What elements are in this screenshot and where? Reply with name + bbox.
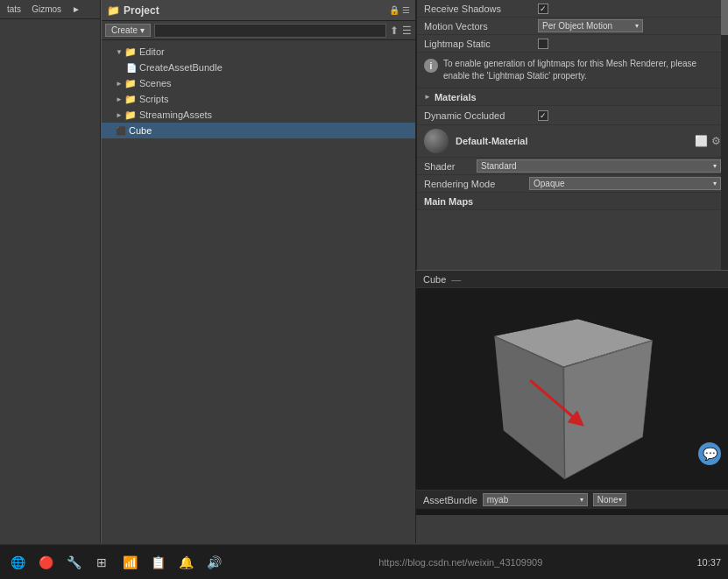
receive-shadows-value [538,4,548,14]
assetbundle-variant-value: None [597,495,618,505]
taskbar-icon-1[interactable]: 🌐 [7,552,28,573]
taskbar-icon-2[interactable]: 🔴 [35,552,56,573]
rendering-mode-dropdown[interactable]: Opaque ▾ [529,177,721,190]
file-tree: ▼ 📁 Editor 📄 CreateAssetBundle ► 📁 Scene… [102,40,415,142]
scripts-label: Scripts [139,94,169,104]
chat-button[interactable]: 💬 [698,442,721,465]
rendering-dropdown-arrow: ▾ [713,180,717,187]
project-toolbar-icons: ⬆ ☰ [390,25,412,37]
taskbar-icons: 🌐 🔴 🔧 ⊞ 📶 📋 🔔 🔊 [7,552,224,573]
preview-header: Cube — [416,271,728,288]
taskbar-icon-8[interactable]: 🔊 [203,552,224,573]
assetbundle-variant-dropdown[interactable]: None ▾ [593,493,626,506]
createassetbundle-label: CreateAssetBundle [139,62,223,73]
scripts-arrow: ► [116,95,123,103]
preview-divider: — [451,274,461,285]
inspector-scrollbar-thumb[interactable] [721,0,728,35]
dynamic-occluded-label: Dynamic Occluded [424,110,538,121]
dynamic-occluded-checkbox[interactable] [538,110,548,121]
shader-label: Shader [424,161,477,172]
materials-section-title: Materials [435,92,477,102]
create-button[interactable]: Create ▾ [105,24,151,37]
streamingassets-label: StreamingAssets [139,109,212,120]
material-icons: ⬜ ⚙ [695,135,721,147]
streamingassets-folder-icon: 📁 [124,109,137,121]
lightmap-static-row: Lightmap Static [417,35,728,53]
left-panel: tats Gizmos ► [0,0,101,543]
motion-vectors-value: Per Object Motion [542,21,612,31]
info-text: To enable generation of lightmaps for th… [443,58,721,82]
stats-gizmos-bar: tats Gizmos ► [0,0,100,19]
tree-item-scripts[interactable]: ► 📁 Scripts [102,91,415,107]
materials-section-arrow: ► [424,93,431,101]
project-search-input[interactable] [154,24,386,38]
tree-item-streamingassets[interactable]: ► 📁 StreamingAssets [102,107,415,123]
rendering-mode-value: Opaque [534,179,565,188]
motion-vectors-label: Motion Vectors [424,21,538,32]
taskbar-icon-6[interactable]: 📋 [147,552,168,573]
chat-icon: 💬 [703,447,717,461]
project-header: 📁 Project 🔒 ☰ [102,0,415,21]
project-lock-icon[interactable]: 🔒 ☰ [389,5,410,15]
collapse-btn[interactable]: ► [68,3,84,16]
taskbar-icon-4[interactable]: ⊞ [91,552,112,573]
taskbar-icon-5[interactable]: 📶 [119,552,140,573]
lightmap-info-box: i To enable generation of lightmaps for … [417,53,728,88]
shader-dropdown-arrow: ▾ [713,162,717,170]
tree-item-createassetbundle[interactable]: 📄 CreateAssetBundle [102,60,415,75]
gizmos-label[interactable]: Gizmos [28,3,65,16]
shader-row: Shader Standard ▾ [417,158,728,175]
assetbundle-value: myab [487,495,508,505]
lightmap-static-value [538,39,548,49]
taskbar-time: 10:37 [696,557,721,568]
scenes-label: Scenes [139,78,172,88]
info-icon: i [424,59,438,73]
main-maps-label: Main Maps [424,196,473,207]
motion-vectors-dropdown[interactable]: Per Object Motion ▾ [538,19,643,32]
lightmap-static-label: Lightmap Static [424,39,538,49]
taskbar-url: https://blog.csdn.net/weixin_43109909 [224,557,696,568]
cube-icon: ⬛ [116,126,126,136]
preview-panel: Cube — 💬 A [416,270,728,515]
material-settings-icon[interactable]: ⚙ [711,135,721,147]
lightmap-static-checkbox[interactable] [538,39,548,49]
material-sphere [424,129,449,153]
cube-label: Cube [129,125,152,136]
shader-value: Standard [481,161,517,171]
shader-dropdown[interactable]: Standard ▾ [477,159,721,173]
streamingassets-arrow: ► [116,111,123,119]
svg-line-1 [530,380,578,421]
tree-item-scenes[interactable]: ► 📁 Scenes [102,75,415,91]
editor-folder-icon: 📁 [124,46,137,58]
material-name: Default-Material [456,136,695,146]
receive-shadows-checkbox[interactable] [538,4,548,14]
materials-section-header[interactable]: ► Materials [417,88,728,106]
inspector-panel: Receive Shadows Motion Vectors Per Objec… [416,0,728,272]
main-maps-header: Main Maps [417,193,728,210]
upload-icon[interactable]: ⬆ [390,25,399,37]
menu-icon[interactable]: ☰ [402,25,412,37]
scripts-folder-icon: 📁 [124,94,137,105]
tree-item-cube[interactable]: ⬛ Cube [102,123,415,138]
taskbar-icon-3[interactable]: 🔧 [63,552,84,573]
preview-footer: AssetBundle myab ▾ None ▾ [416,490,728,509]
material-info: Default-Material [456,136,695,146]
material-view-icon[interactable]: ⬜ [695,135,708,147]
project-title: Project [124,4,159,17]
taskbar-icon-7[interactable]: 🔔 [175,552,196,573]
red-arrow-icon [521,376,591,428]
receive-shadows-label: Receive Shadows [424,4,538,14]
assetbundle-dropdown[interactable]: myab ▾ [483,493,588,506]
stats-label[interactable]: tats [4,3,25,16]
motion-vectors-row: Motion Vectors Per Object Motion ▾ [417,18,728,35]
rendering-mode-row: Rendering Mode Opaque ▾ [417,175,728,193]
inspector-scrollbar-track[interactable] [721,0,728,272]
project-toolbar: Create ▾ ⬆ ☰ [102,21,415,40]
tree-item-editor[interactable]: ▼ 📁 Editor [102,44,415,60]
material-row: Default-Material ⬜ ⚙ [417,125,728,158]
scenes-arrow: ► [116,80,123,88]
project-panel: 📁 Project 🔒 ☰ Create ▾ ⬆ ☰ ▼ 📁 Editor 📄 … [101,0,416,543]
editor-label: Editor [139,46,165,57]
preview-content: 💬 [416,288,728,490]
assetbundle-dropdown-arrow: ▾ [580,496,583,504]
